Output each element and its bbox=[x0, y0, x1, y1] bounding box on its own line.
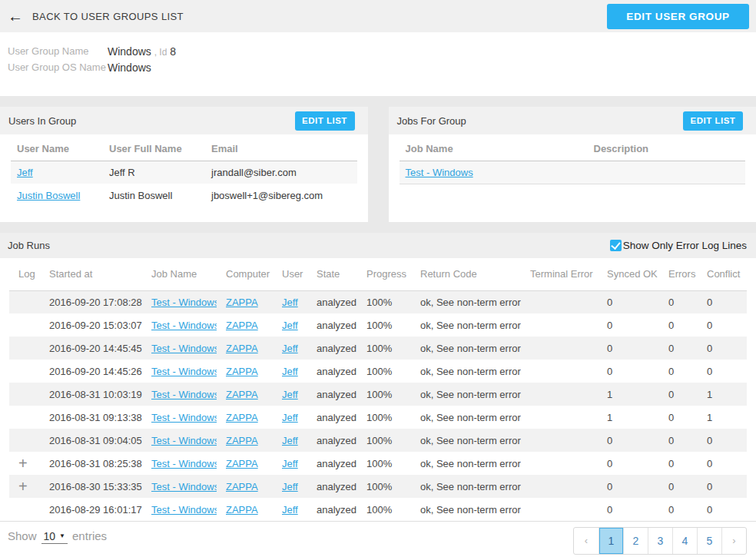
return-code-cell: ok, See non-term errors bbox=[411, 313, 521, 337]
prev-page-button[interactable]: ‹ bbox=[574, 528, 598, 554]
run-job-name-link[interactable]: Test - Windows bbox=[151, 389, 217, 400]
return-code-cell: ok, See non-term errors bbox=[411, 406, 521, 429]
user-full-name-cell: Jeff R bbox=[103, 161, 205, 184]
conflict-cell: 1 bbox=[698, 406, 747, 429]
run-job-name-link[interactable]: Test - Windows bbox=[151, 320, 217, 331]
job-name-link[interactable]: Test - Windows bbox=[406, 167, 473, 178]
jobs-edit-list-button[interactable]: EDIT LIST bbox=[683, 111, 743, 131]
run-computer-link[interactable]: ZAPPA bbox=[226, 412, 258, 423]
edit-user-group-button[interactable]: EDIT USER GROUP bbox=[607, 4, 749, 29]
user-email-cell: jboswell+1@sibereg.com bbox=[205, 184, 357, 207]
run-job-name-link[interactable]: Test - Windows bbox=[151, 366, 217, 377]
run-job-name-link[interactable]: Test - Windows bbox=[151, 435, 217, 446]
run-user-link[interactable]: Jeff bbox=[282, 389, 298, 400]
progress-cell: 100% bbox=[357, 475, 411, 498]
log-cell bbox=[9, 406, 40, 429]
group-name-label: User Group Name bbox=[8, 44, 108, 60]
users-in-group-card: Users In Group EDIT LIST User Name User … bbox=[0, 107, 368, 222]
run-computer-link[interactable]: ZAPPA bbox=[226, 366, 258, 377]
users-table-header-row: User Name User Full Name Email bbox=[11, 138, 357, 161]
run-computer-link[interactable]: ZAPPA bbox=[226, 389, 258, 400]
jobs-for-group-card: Jobs For Group EDIT LIST Job Name Descri… bbox=[389, 107, 756, 222]
errors-cell: 0 bbox=[659, 406, 698, 429]
run-user-link[interactable]: Jeff bbox=[282, 481, 298, 492]
terminal-error-cell bbox=[521, 406, 598, 429]
synced-ok-cell: 0 bbox=[598, 452, 659, 475]
run-computer-link[interactable]: ZAPPA bbox=[226, 504, 258, 516]
next-page-button[interactable]: › bbox=[721, 528, 746, 554]
run-job-name-link[interactable]: Test - Windows bbox=[151, 504, 217, 516]
log-cell: + bbox=[9, 475, 40, 498]
run-user-link[interactable]: Jeff bbox=[282, 412, 298, 423]
job-run-row: 2016-08-31 09:13:38Test - WindowsZAPPAJe… bbox=[9, 406, 747, 429]
run-user-cell: Jeff bbox=[273, 383, 307, 406]
page-button-4[interactable]: 4 bbox=[672, 528, 697, 554]
col-progress: Progress bbox=[357, 258, 411, 290]
run-job-name-link[interactable]: Test - Windows bbox=[151, 412, 217, 423]
run-computer-link[interactable]: ZAPPA bbox=[226, 320, 258, 331]
run-computer-link[interactable]: ZAPPA bbox=[226, 481, 258, 492]
users-col-email: Email bbox=[205, 138, 357, 161]
run-job-name-cell: Test - Windows bbox=[142, 429, 217, 452]
started-at-cell: 2016-09-20 14:45:26 bbox=[40, 360, 142, 383]
col-user: User bbox=[273, 258, 307, 290]
page-button-1[interactable]: 1 bbox=[598, 528, 623, 554]
group-id-value: 8 bbox=[170, 45, 176, 58]
run-computer-link[interactable]: ZAPPA bbox=[226, 297, 258, 308]
error-log-filter[interactable]: Show Only Error Log Lines bbox=[610, 240, 747, 251]
user-name-link[interactable]: Justin Boswell bbox=[17, 190, 80, 201]
run-job-name-cell: Test - Windows bbox=[142, 313, 217, 337]
run-user-link[interactable]: Jeff bbox=[282, 320, 298, 331]
run-user-link[interactable]: Jeff bbox=[282, 504, 298, 516]
run-job-name-link[interactable]: Test - Windows bbox=[151, 343, 217, 354]
users-edit-list-button[interactable]: EDIT LIST bbox=[295, 111, 355, 131]
run-user-link[interactable]: Jeff bbox=[282, 366, 298, 377]
job-runs-section: Job Runs Show Only Error Log Lines Log S… bbox=[0, 233, 756, 557]
group-info: User Group Name Windows , Id 8 User Grou… bbox=[0, 32, 756, 96]
conflict-cell: 0 bbox=[698, 498, 747, 521]
run-user-link[interactable]: Jeff bbox=[282, 343, 298, 354]
conflict-cell: 0 bbox=[698, 290, 747, 313]
col-state: State bbox=[307, 258, 357, 290]
users-col-user-name: User Name bbox=[11, 138, 103, 161]
started-at-cell: 2016-09-20 15:03:07 bbox=[40, 313, 142, 337]
errors-cell: 0 bbox=[659, 383, 698, 406]
state-cell: analyzed bbox=[307, 406, 357, 429]
run-computer-link[interactable]: ZAPPA bbox=[226, 435, 258, 446]
page-button-5[interactable]: 5 bbox=[697, 528, 721, 554]
state-cell: analyzed bbox=[307, 498, 357, 521]
run-user-cell: Jeff bbox=[273, 429, 307, 452]
job-run-row: 2016-09-20 14:45:26Test - WindowsZAPPAJe… bbox=[9, 360, 747, 383]
run-user-link[interactable]: Jeff bbox=[282, 435, 298, 446]
run-job-name-cell: Test - Windows bbox=[142, 360, 217, 383]
run-job-name-link[interactable]: Test - Windows bbox=[151, 297, 217, 308]
jobs-col-description: Description bbox=[588, 138, 746, 161]
run-user-link[interactable]: Jeff bbox=[282, 297, 298, 308]
run-job-name-link[interactable]: Test - Windows bbox=[151, 458, 217, 469]
user-name-link[interactable]: Jeff bbox=[17, 167, 33, 178]
log-cell bbox=[9, 313, 40, 337]
page-button-3[interactable]: 3 bbox=[648, 528, 672, 554]
error-log-checkbox[interactable] bbox=[610, 240, 622, 251]
page-size-select[interactable]: 10 ▼ bbox=[41, 530, 68, 544]
conflict-cell: 1 bbox=[698, 383, 747, 406]
run-computer-link[interactable]: ZAPPA bbox=[226, 343, 258, 354]
run-job-name-link[interactable]: Test - Windows bbox=[151, 481, 217, 492]
run-user-link[interactable]: Jeff bbox=[282, 458, 298, 469]
back-to-user-groups-link[interactable]: ← BACK TO USER GROUPS LIST bbox=[8, 8, 184, 24]
log-cell bbox=[9, 290, 40, 313]
progress-cell: 100% bbox=[357, 383, 411, 406]
expand-log-icon[interactable]: + bbox=[18, 456, 28, 471]
run-user-cell: Jeff bbox=[273, 313, 307, 337]
return-code-cell: ok, See non-term errors bbox=[411, 452, 521, 475]
col-computer: Computer bbox=[217, 258, 273, 290]
run-job-name-cell: Test - Windows bbox=[142, 452, 217, 475]
run-computer-link[interactable]: ZAPPA bbox=[226, 458, 258, 469]
synced-ok-cell: 0 bbox=[598, 429, 659, 452]
run-computer-cell: ZAPPA bbox=[217, 383, 273, 406]
expand-log-icon[interactable]: + bbox=[18, 479, 28, 494]
page-button-2[interactable]: 2 bbox=[623, 528, 648, 554]
group-os-value: Windows bbox=[108, 60, 151, 75]
run-computer-cell: ZAPPA bbox=[217, 290, 273, 313]
errors-cell: 0 bbox=[659, 290, 698, 313]
